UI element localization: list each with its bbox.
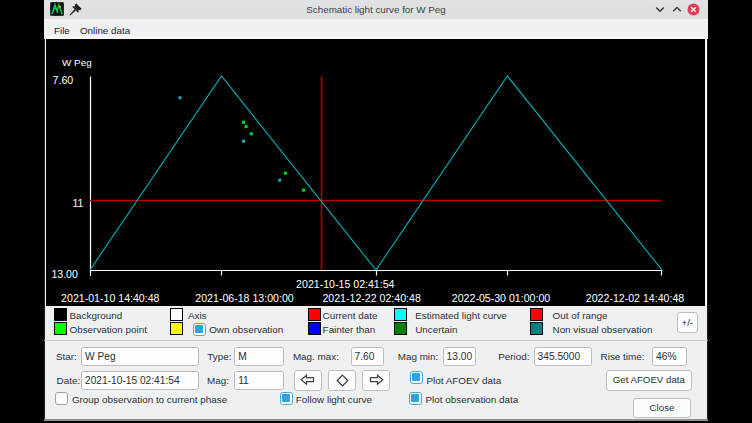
svg-text:2021-12-22 02:40:48: 2021-12-22 02:40:48 [322, 292, 420, 304]
svg-text:13.00: 13.00 [51, 268, 78, 280]
svg-text:2022-05-30 01:00:00: 2022-05-30 01:00:00 [452, 292, 550, 304]
svg-text:2021-01-10 14:40:48: 2021-01-10 14:40:48 [61, 292, 159, 304]
svg-text:W Peg: W Peg [62, 57, 92, 68]
svg-text:11: 11 [73, 197, 84, 209]
svg-text:2021-10-15 02:41:54: 2021-10-15 02:41:54 [296, 278, 394, 290]
svg-text:2022-12-02 14:40:48: 2022-12-02 14:40:48 [586, 292, 684, 304]
svg-text:7.60: 7.60 [53, 74, 74, 86]
svg-text:2021-06-18 13:00:00: 2021-06-18 13:00:00 [195, 292, 293, 304]
